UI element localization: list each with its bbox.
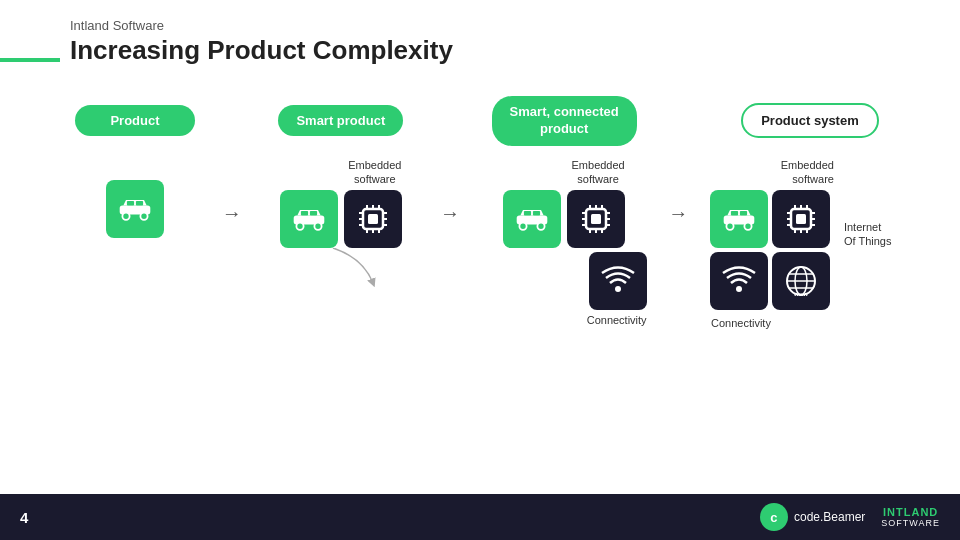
header-subtitle: Intland Software [70,18,900,33]
svg-rect-28 [533,211,540,216]
stage-product-system: Product system [741,103,879,138]
ps-row1 [710,190,834,248]
svg-rect-3 [127,201,134,206]
col-product [70,158,200,238]
accent-bar [0,58,60,62]
arrow-1: → [222,158,242,225]
svg-point-2 [140,212,147,219]
svg-point-25 [520,223,527,230]
svg-rect-50 [796,214,806,224]
svg-rect-47 [731,211,738,216]
conn-label-1: Connectivity [587,314,647,326]
ps-layout: Embeddedsoftware [710,158,910,330]
svg-rect-27 [524,211,531,216]
product-car-icon [106,180,164,238]
col-smart-connected: Embeddedsoftware [482,158,647,327]
smart-connected-icons-top [503,190,625,248]
footer-logos: c code.Beamer INTLAND SOFTWARE [760,503,940,531]
codebeamer-icon: c [760,503,788,531]
ps-car-icon [710,190,768,248]
stage-smart-connected: Smart, connectedproduct [492,96,637,146]
codebeamer-logo: c code.Beamer [760,503,865,531]
intland-top-text: INTLAND [883,506,938,518]
main-content: Product Smart product Smart, connectedpr… [0,76,960,339]
svg-rect-4 [136,201,143,206]
sc-sw-icon [567,190,625,248]
svg-text:www: www [793,291,808,297]
svg-rect-11 [368,214,378,224]
arrow-3: → [668,158,688,225]
page-number: 4 [20,509,28,526]
ps-conn-icon [710,252,768,310]
stages-row: Product Smart product Smart, connectedpr… [60,96,920,146]
smart-product-icons [280,190,402,248]
svg-point-43 [615,286,621,292]
footer: 4 c code.Beamer INTLAND SOFTWARE [0,494,960,540]
col-product-system: Embeddedsoftware [710,158,910,330]
svg-point-45 [726,223,733,230]
header: Intland Software Increasing Product Comp… [0,0,960,76]
intland-bottom-text: SOFTWARE [881,518,940,528]
svg-rect-48 [740,211,747,216]
emb-label-1: Embeddedsoftware [344,158,406,187]
svg-point-6 [296,223,303,230]
svg-rect-9 [310,211,317,216]
smart-product-car-icon [280,190,338,248]
sc-conn-icon [589,252,647,310]
arrow-2: → [440,158,460,225]
emb-label-3: Embeddedsoftware [710,158,834,187]
ps-row2: www [710,252,834,310]
codebeamer-text: code.Beamer [794,510,865,524]
svg-point-46 [744,223,751,230]
svg-point-26 [538,223,545,230]
header-title: Increasing Product Complexity [70,35,900,66]
svg-rect-30 [591,214,601,224]
svg-point-63 [736,286,742,292]
svg-point-1 [122,212,129,219]
sc-connectivity: Connectivity [482,252,647,326]
col-smart-product: Embeddedsoftware [263,158,418,263]
svg-point-7 [314,223,321,230]
svg-rect-8 [301,211,308,216]
ps-bottom-labels: Connectivity [710,313,834,329]
product-icons [106,180,164,238]
curve-arrow-area [263,248,418,262]
conn-label-2: Connectivity [710,317,772,329]
ps-grid-col: Embeddedsoftware [710,158,834,330]
stage-product: Product [75,105,195,136]
iot-label: InternetOf Things [844,220,892,249]
ps-www-icon: www [772,252,830,310]
emb-label-2: Embeddedsoftware [567,158,629,187]
smart-product-sw-icon [344,190,402,248]
iot-section: InternetOf Things [840,220,892,249]
ps-sw-icon [772,190,830,248]
stage-smart-product: Smart product [278,105,403,136]
diagram-row: → Embeddedsoftware [60,158,920,330]
sc-car-icon [503,190,561,248]
intland-logo: INTLAND SOFTWARE [881,506,940,528]
